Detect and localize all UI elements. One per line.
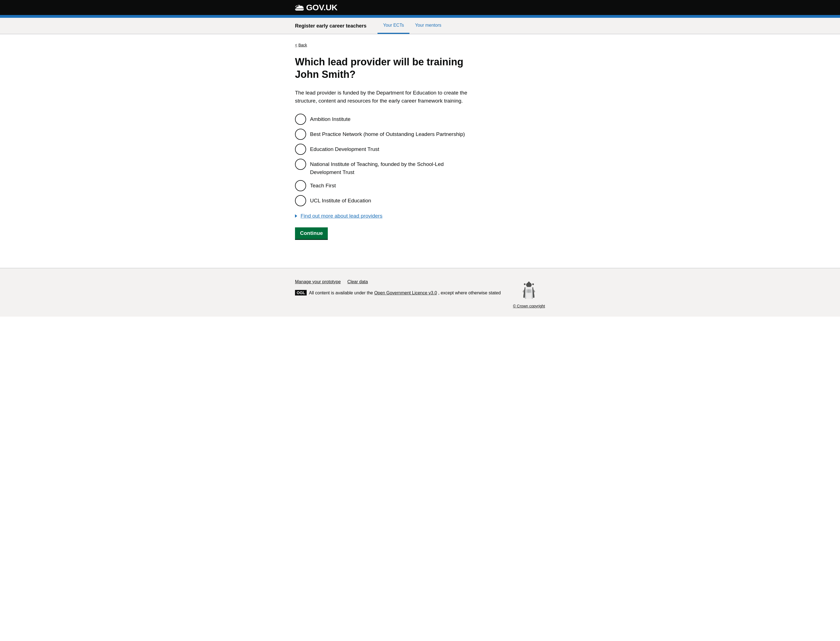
ogl-logo: OGL [295, 290, 307, 295]
svg-point-4 [532, 283, 534, 285]
radio-teach-first-label[interactable]: Teach First [310, 180, 336, 190]
details-arrow-icon [295, 214, 297, 217]
radio-ucl-label[interactable]: UCL Institute of Education [310, 195, 371, 205]
manage-prototype-link[interactable]: Manage your prototype [295, 279, 341, 284]
radio-ambition-label[interactable]: Ambition Institute [310, 113, 350, 123]
radio-education-development-label[interactable]: Education Development Trust [310, 143, 379, 153]
open-government-licence-link[interactable]: Open Government Licence v3.0 [374, 290, 437, 295]
lead-provider-radios: Ambition Institute Best Practice Network… [295, 113, 473, 206]
radio-national-institute-teaching[interactable] [295, 159, 306, 170]
back-link[interactable]: Back [295, 43, 307, 47]
nav-link-your-mentors[interactable]: Your mentors [410, 18, 447, 34]
service-navigation: Register early career teachers Your ECTs… [0, 18, 840, 34]
find-out-more-details[interactable]: Find out more about lead providers [295, 213, 545, 219]
radio-national-institute-label[interactable]: National Institute of Teaching, founded … [310, 158, 473, 176]
radio-ucl-institute[interactable] [295, 195, 306, 206]
footer-licence: OGL All content is available under the O… [295, 290, 513, 296]
footer-right: © Crown copyright [513, 279, 545, 308]
radio-item-ambition: Ambition Institute [295, 113, 473, 125]
page-description: The lead provider is funded by the Depar… [295, 89, 473, 105]
crown-copyright-link[interactable]: © Crown copyright [513, 304, 545, 308]
radio-ambition-institute[interactable] [295, 114, 306, 125]
radio-item-education-development: Education Development Trust [295, 143, 473, 155]
crown-icon [295, 3, 304, 11]
svg-point-2 [524, 283, 525, 285]
footer-left: Manage your prototype Clear data OGL All… [295, 279, 513, 296]
clear-data-link[interactable]: Clear data [347, 279, 368, 284]
radio-education-development-trust[interactable] [295, 144, 306, 155]
page-heading: Which lead provider will be training Joh… [295, 56, 473, 81]
govuk-footer: Manage your prototype Clear data OGL All… [0, 268, 840, 317]
continue-button[interactable]: Continue [295, 227, 328, 239]
footer-crown-logo [515, 279, 543, 301]
radio-best-practice-network[interactable] [295, 129, 306, 140]
govuk-logo-text: GOV.UK [306, 3, 337, 12]
nav-link-your-ects[interactable]: Your ECTs [377, 18, 410, 34]
radio-item-national-institute: National Institute of Teaching, founded … [295, 158, 473, 176]
service-name: Register early career teachers [295, 18, 366, 34]
svg-rect-5 [528, 283, 530, 287]
radio-best-practice-label[interactable]: Best Practice Network (home of Outstandi… [310, 128, 465, 139]
govuk-logo-link[interactable]: GOV.UK [295, 3, 337, 12]
govuk-header: GOV.UK [0, 0, 840, 18]
svg-point-3 [528, 282, 530, 283]
radio-item-ucl: UCL Institute of Education [295, 195, 473, 206]
main-content: Back Which lead provider will be trainin… [287, 34, 553, 257]
radio-teach-first[interactable] [295, 180, 306, 191]
licence-description: All content is available under the Open … [309, 290, 501, 296]
find-out-more-summary[interactable]: Find out more about lead providers [295, 213, 382, 219]
footer-links: Manage your prototype Clear data [295, 279, 513, 284]
radio-item-teach-first: Teach First [295, 180, 473, 191]
radio-item-best-practice: Best Practice Network (home of Outstandi… [295, 128, 473, 140]
find-out-more-label: Find out more about lead providers [300, 213, 382, 219]
nav-links: Your ECTs Your mentors [377, 18, 447, 34]
